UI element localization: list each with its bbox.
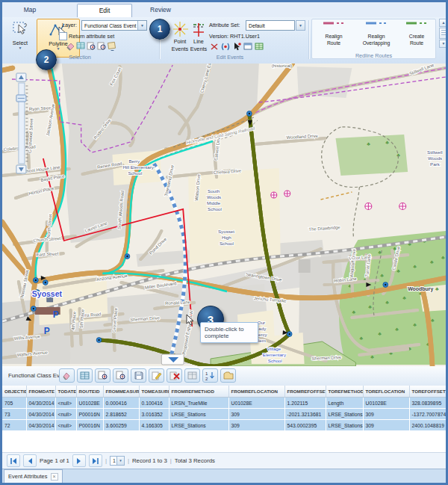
selection-options-icon[interactable] bbox=[107, 40, 117, 51]
svg-text:Our: Our bbox=[258, 320, 265, 325]
svg-text:Syosset: Syosset bbox=[218, 229, 234, 234]
selection-table-icon[interactable] bbox=[75, 40, 86, 51]
select-event-icon[interactable] bbox=[231, 41, 242, 52]
tab-event-attributes[interactable]: Event Attributes × bbox=[4, 469, 63, 484]
delete-record-button[interactable] bbox=[167, 368, 182, 383]
svg-text:South: South bbox=[208, 188, 220, 194]
pan-to-selection-button[interactable] bbox=[113, 368, 128, 383]
select-button[interactable]: Select ▼ bbox=[5, 19, 35, 58]
table-row[interactable]: 7204/30/2014<null>P00016N3.6002594.16630… bbox=[2, 420, 446, 431]
svg-text:2: 2 bbox=[205, 377, 208, 381]
attribute-table: OBJECTIDFROMDATETODATEROUTEIDFROMMEASURE… bbox=[2, 386, 446, 453]
select-dropdown-arrow[interactable]: ▼ bbox=[5, 46, 35, 49]
attribute-table-button[interactable] bbox=[77, 368, 93, 383]
column-header[interactable]: TOREFOFFSET bbox=[409, 386, 446, 398]
map-collapse-handle[interactable] bbox=[161, 354, 184, 365]
realign-overlapping-button[interactable]: Realign Overlapping bbox=[355, 19, 398, 55]
record-range-label: Record 1 to 3 bbox=[132, 457, 167, 464]
svg-text:Park: Park bbox=[430, 161, 441, 167]
tab-edit[interactable]: Edit bbox=[77, 4, 132, 17]
panel-header: Functional Class Event 12 bbox=[2, 366, 446, 386]
column-header[interactable]: FROMMEASURE bbox=[103, 386, 139, 398]
total-records-label: Total 3 Records bbox=[175, 457, 215, 464]
svg-text:School: School bbox=[268, 358, 282, 363]
pager-bar: Page 1 of 1 | 1▼ | Record 1 to 3 | Total… bbox=[2, 452, 446, 469]
scroll-up-icon[interactable]: ▲ bbox=[439, 19, 448, 27]
scrollbar-thumb[interactable] bbox=[439, 28, 448, 39]
column-header[interactable]: OBJECTID bbox=[2, 386, 26, 398]
column-header[interactable]: TODATE bbox=[55, 386, 76, 398]
column-header[interactable]: TOREFLOCATION bbox=[363, 386, 409, 398]
svg-text:♣: ♣ bbox=[396, 268, 400, 274]
table-row[interactable]: 70504/30/2014<null>U01028E0.0004160.1004… bbox=[2, 398, 446, 409]
column-header[interactable]: FROMREFOFFSET bbox=[284, 386, 326, 398]
create-route-button[interactable]: Create Route bbox=[399, 19, 434, 55]
svg-text:School: School bbox=[208, 206, 222, 211]
scroll-down-icon[interactable]: ▼ bbox=[439, 40, 448, 48]
pan-selected-icon[interactable] bbox=[96, 40, 107, 51]
svg-text:(historical): (historical) bbox=[272, 64, 292, 68]
select-tool-button[interactable] bbox=[59, 368, 75, 383]
save-edits-button[interactable] bbox=[131, 368, 146, 383]
column-header[interactable]: TOREFMETHOD bbox=[326, 386, 363, 398]
mouse-cursor-icon bbox=[186, 314, 195, 326]
realign-overlapping-label: Realign Overlapping bbox=[355, 34, 398, 46]
column-header[interactable]: FROMDATE bbox=[26, 386, 55, 398]
layer-label: Layer: bbox=[62, 22, 77, 28]
last-page-button[interactable] bbox=[89, 454, 102, 467]
layer-combobox[interactable]: Functional Class Event ▼ bbox=[81, 20, 147, 31]
event-window-icon[interactable] bbox=[243, 41, 253, 52]
attribute-set-combobox[interactable]: Default bbox=[246, 20, 295, 31]
close-icon[interactable]: × bbox=[51, 473, 58, 481]
pager-separator: | bbox=[105, 457, 107, 464]
line-events-button[interactable]: Line Events bbox=[186, 19, 211, 58]
parking-icon: P bbox=[53, 309, 59, 320]
svg-text:♣: ♣ bbox=[402, 295, 406, 300]
svg-text:Middle: Middle bbox=[207, 200, 221, 206]
column-header[interactable]: FROMREFLOCATION bbox=[228, 386, 284, 398]
attribute-panel: Functional Class Event 12 OBJECTIDFROMDA… bbox=[2, 366, 446, 483]
ribbon-scrollbar[interactable]: ▲ ▼ bbox=[439, 19, 448, 48]
svg-text:1: 1 bbox=[205, 371, 208, 376]
column-header[interactable]: ROUTEID bbox=[76, 386, 103, 398]
select-icon bbox=[11, 20, 29, 40]
clear-selection-icon[interactable] bbox=[65, 40, 75, 51]
event-table-icon[interactable] bbox=[254, 41, 264, 52]
zoom-selected-icon[interactable] bbox=[86, 40, 96, 51]
table-options-button[interactable] bbox=[220, 368, 236, 383]
prev-page-button[interactable] bbox=[23, 454, 37, 467]
attribute-set-value: Default bbox=[249, 23, 265, 28]
attribute-set-combo-arrow[interactable]: ▼ bbox=[296, 20, 305, 31]
svg-text:♣: ♣ bbox=[413, 322, 417, 327]
sort-records-button[interactable]: 12 bbox=[202, 368, 218, 383]
realign-route-button[interactable]: Realign Route bbox=[314, 19, 353, 55]
column-header[interactable]: TOMEASURE bbox=[139, 386, 169, 398]
next-page-button[interactable] bbox=[72, 454, 86, 467]
return-attribute-set-checkbox[interactable] bbox=[59, 32, 67, 40]
zoom-to-selection-button[interactable] bbox=[95, 368, 111, 383]
map-canvas[interactable]: ♣♣♣♣♣♣♣♣♣♣♣♣♣♣♣♣♣♣♣♣♣♣♣♣♣♣♣♣♣♣♣♣ bbox=[2, 64, 446, 366]
page-size-combobox[interactable]: 1▼ bbox=[110, 456, 125, 466]
line-events-icon bbox=[190, 20, 207, 38]
ribbon-tabstrip: Map Edit Review bbox=[2, 2, 446, 17]
column-header[interactable]: FROMREFMETHOD bbox=[169, 386, 228, 398]
first-page-button[interactable] bbox=[7, 454, 20, 467]
svg-text:♣: ♣ bbox=[368, 304, 372, 309]
tab-review[interactable]: Review bbox=[134, 4, 187, 16]
related-tables-button[interactable] bbox=[184, 368, 200, 383]
remove-event-icon[interactable] bbox=[209, 41, 220, 52]
table-row[interactable]: 7304/30/2014<null>P00016N2.8186523.01635… bbox=[2, 409, 446, 420]
redline-routes-group-label: Redline Routes bbox=[311, 52, 436, 59]
edit-attributes-button[interactable] bbox=[149, 368, 164, 383]
tab-map[interactable]: Map bbox=[13, 4, 47, 16]
realign-route-icon bbox=[322, 19, 346, 27]
parking-icon: P bbox=[44, 326, 50, 336]
bottom-tab-strip: Event Attributes × bbox=[2, 469, 446, 484]
layer-combo-arrow-icon[interactable]: ▼ bbox=[137, 21, 146, 30]
app-window: Map Edit Review Select ▼ Polyline ▼ Laye bbox=[0, 0, 448, 485]
snap-event-icon[interactable] bbox=[220, 41, 231, 52]
page-label: Page 1 of 1 bbox=[40, 457, 69, 464]
tab-event-attributes-label: Event Attributes bbox=[8, 470, 48, 484]
realign-overlapping-icon bbox=[364, 19, 388, 27]
svg-text:Woods: Woods bbox=[207, 194, 221, 200]
